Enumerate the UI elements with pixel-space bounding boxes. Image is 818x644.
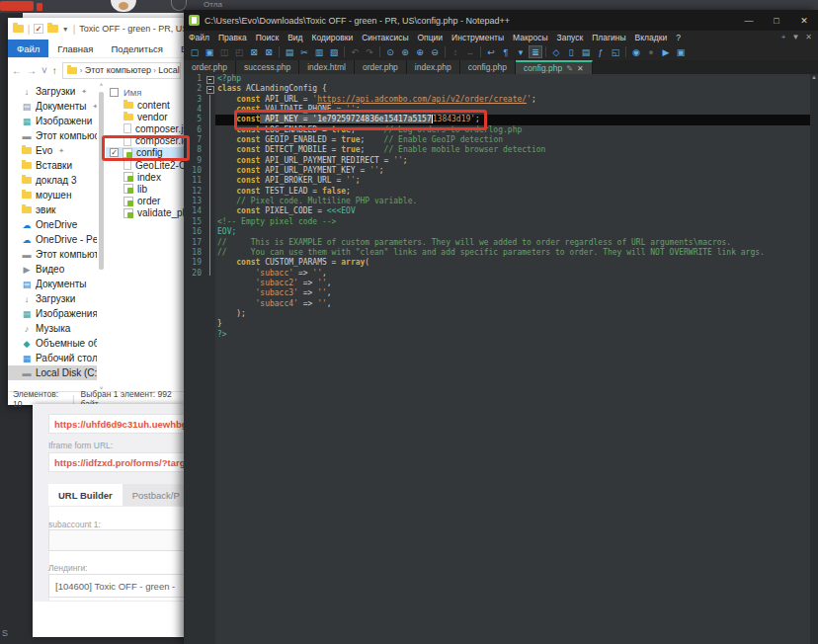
code-text[interactable]: 'subacc2' => '', [215,279,818,288]
file-row[interactable]: content [106,99,185,111]
macro-record-icon[interactable]: ◉ [629,45,643,58]
menu-item[interactable]: Правка [218,33,247,42]
menu-item[interactable]: Запуск [557,33,584,42]
zoom-out-icon[interactable]: ⊖ [428,45,442,58]
fold-marker[interactable] [205,166,215,176]
code-text[interactable]: 'subacc4' => '', [215,299,818,309]
maximize-button[interactable]: □ [763,10,790,31]
code-text[interactable]: 'subacc' => '', [215,269,818,279]
dropdown-icon[interactable]: ▾ [514,45,528,58]
address-bar[interactable]: › Этот компьютер › Local [62,62,181,79]
fold-marker[interactable] [205,105,215,115]
fold-marker[interactable] [205,197,215,206]
breadcrumb[interactable]: › Этот компьютер › Local [80,65,180,75]
sidebar-item[interactable]: ▦Изображени✦ [8,114,97,128]
code-text[interactable]: const TEST_LEAD = false; [215,187,818,197]
sidebar-item[interactable]: ▬Этот компьюс✦ [8,128,97,143]
menu-item[interactable]: Вид [287,33,302,42]
editor-tab[interactable]: success.php [236,60,299,74]
close-button[interactable]: ✕ [790,10,818,31]
replace-icon[interactable]: ⊛ [398,45,412,58]
menu-item[interactable]: Кодировки [312,33,354,42]
code-text[interactable]: } [215,319,818,329]
notepad-title-bar[interactable]: C:\Users\Evo\Downloads\Toxic OFF - green… [184,10,818,31]
code-text[interactable]: const API_URL_PAYMENT_REDIRECT = ''; [215,156,818,166]
breadcrumb-item[interactable]: Этот компьютер [85,65,151,75]
sidebar-item[interactable]: моушен [8,188,97,202]
code-text[interactable]: ?> [215,330,818,340]
menu-item[interactable]: Вкладки [635,33,668,42]
redo-icon[interactable]: ↷ [363,45,376,58]
editor-tab[interactable]: config.php✎✕ [516,60,593,74]
file-row[interactable]: composer.json [106,122,185,134]
doc-list-icon[interactable]: ▤ [579,45,593,58]
editor-tab[interactable]: index.php [407,60,460,74]
quick-access-check-icon[interactable]: ✓ [34,24,43,34]
code-text[interactable]: const API_URL = 'https://api.adcombo.com… [215,95,818,105]
scrollbar-thumb[interactable] [99,92,104,270]
fold-marker[interactable] [205,95,215,105]
sidebar-item[interactable]: ♪Музыка [8,321,97,336]
menu-item[interactable]: Инструменты [451,33,504,42]
new-file-icon[interactable]: ▢ [188,45,202,58]
code-text[interactable]: const CUSTOM_PARAMS = array( [215,258,818,268]
file-row[interactable]: validate_phon [106,207,185,219]
menu-right-icon[interactable]: ▼ [791,33,799,41]
fold-marker[interactable] [205,156,215,166]
back-icon[interactable]: ← [12,65,22,76]
menu-right-icon[interactable]: ✕ [805,33,812,41]
macro-run-icon[interactable]: ▣ [674,45,688,58]
file-row[interactable]: index [106,171,185,183]
macro-play-icon[interactable]: ▶ [659,45,673,58]
code-text[interactable]: // You can use them with "clean" links a… [215,248,818,258]
wrap-icon[interactable]: ↩ [484,45,498,58]
ribbon-tab[interactable]: Файл [8,40,48,57]
close-all-icon[interactable]: ⊠ [262,45,276,58]
sidebar-item[interactable]: ▦Рабочий стол [8,351,97,365]
menu-right-icon[interactable]: + [781,33,786,41]
indent-guide-icon[interactable]: ≣ [529,45,542,58]
sidebar-item[interactable]: ▦Изображения [8,306,97,321]
fold-marker[interactable] [205,145,215,155]
scroll-up-icon[interactable]: ˄ [97,82,106,88]
fold-marker[interactable] [205,74,215,84]
code-text[interactable]: <!-- Empty pixel code --> [215,217,818,227]
sidebar-item[interactable]: Evo✦ [8,143,97,158]
fold-marker[interactable] [205,248,215,258]
sidebar-item[interactable]: ↓Загрузки✦ [8,84,97,99]
fold-marker[interactable] [205,115,215,124]
sidebar-item[interactable]: ↓Загрузки [8,291,97,306]
up-icon[interactable]: ↑ [52,65,57,76]
copy-icon[interactable]: ▥ [312,45,326,58]
recent-icon[interactable]: ˅ [41,65,47,76]
view-code-icon[interactable]: ◇ [549,45,563,58]
cut-icon[interactable]: ✂ [297,45,311,58]
code-text[interactable]: const API_BROKER_URL = ''; [215,176,818,186]
menu-item[interactable]: Поиск [256,33,280,42]
function-list-icon[interactable]: ƒ [594,45,608,58]
ribbon-tab[interactable]: Главная [48,40,102,57]
sidebar-item[interactable]: ▶Видео [8,262,97,277]
sidebar-item[interactable]: эвик [8,202,97,217]
fold-marker[interactable] [205,258,215,268]
code-text[interactable]: const API_URL_PAYMENT_KEY = ''; [215,166,818,176]
show-symbols-icon[interactable]: ¶ [499,45,513,58]
file-row[interactable]: vendor [106,111,185,122]
sidebar-item[interactable]: доклад 3 [8,173,97,188]
code-text[interactable]: // This is EXAMPLE of custom parameters.… [215,238,818,248]
ribbon-tab[interactable]: Поделиться [103,40,172,57]
code-text[interactable]: const PIXEL_CODE = <<<EOV [215,206,818,216]
editor-tab[interactable]: index.html [299,60,355,74]
print-icon[interactable]: ▤ [283,45,296,58]
doc-map-icon[interactable]: ▯ [564,45,578,58]
column-name[interactable]: Имя [123,87,142,98]
save-icon[interactable]: ◫ [217,45,231,58]
editor-tab[interactable]: order.php [355,60,407,74]
select-all-checkbox[interactable] [110,88,119,97]
editor-tab[interactable]: config.php [460,60,516,74]
file-list-header[interactable]: Имя [106,86,185,99]
undo-icon[interactable]: ↶ [348,45,362,58]
fold-marker[interactable] [205,238,215,248]
menu-item[interactable]: Синтаксисы [362,33,408,42]
editor-scrollbar[interactable]: ▲ [810,74,818,644]
